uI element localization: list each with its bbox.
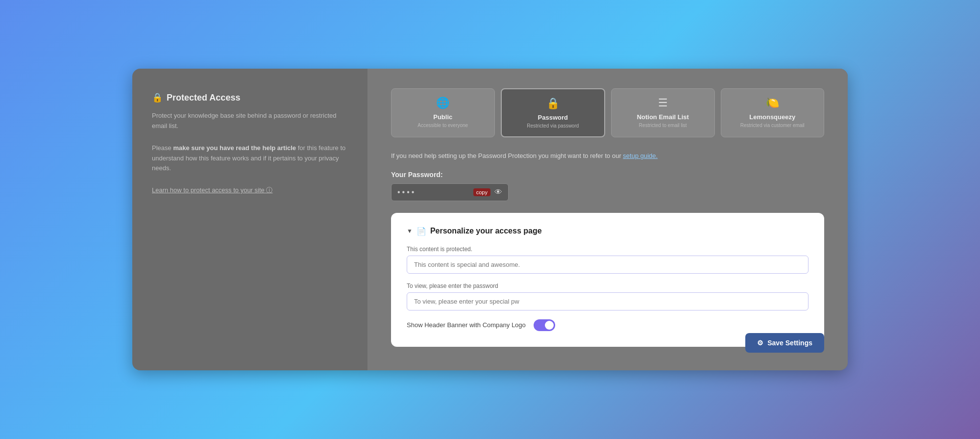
access-card-lemonsqueezy[interactable]: 🍋 Lemonsqueezy Restricted via customer e… bbox=[721, 88, 825, 137]
notion-email-title: Notion Email List bbox=[637, 113, 689, 121]
section-title-text: Protected Access bbox=[167, 93, 240, 103]
content-input[interactable] bbox=[407, 256, 808, 274]
section-title: 🔒 Protected Access bbox=[152, 92, 348, 103]
content-label: This content is protected. bbox=[407, 246, 808, 253]
save-settings-icon: ⚙ bbox=[757, 339, 763, 347]
password-prompt-label: To view, please enter the password bbox=[407, 283, 808, 289]
info-text: If you need help setting up the Password… bbox=[391, 151, 824, 161]
password-label: Your Password: bbox=[391, 171, 824, 179]
save-settings-button[interactable]: ⚙ Save Settings bbox=[745, 333, 824, 353]
personalize-header: ▼ 📄 Personalize your access page bbox=[407, 227, 808, 236]
lock-icon: 🔒 bbox=[152, 92, 163, 103]
lemon-icon: 🍋 bbox=[766, 97, 779, 109]
access-card-password[interactable]: 🔒 Password Restricted via password bbox=[501, 88, 606, 137]
save-settings-label: Save Settings bbox=[767, 339, 812, 347]
learn-link[interactable]: Learn how to protect access to your site… bbox=[152, 186, 272, 194]
setup-guide-link[interactable]: setup guide. bbox=[623, 152, 658, 159]
password-prompt-field-group: To view, please enter the password bbox=[407, 283, 808, 310]
toggle-label: Show Header Banner with Company Logo bbox=[407, 321, 526, 329]
toggle-slider bbox=[534, 319, 555, 331]
personalize-title: Personalize your access page bbox=[430, 227, 542, 235]
access-types: 🌐 Public Accessible to everyone 🔒 Passwo… bbox=[391, 88, 824, 137]
description-1: Protect your knowledge base site behind … bbox=[152, 111, 348, 131]
save-btn-wrapper: ⚙ Save Settings bbox=[745, 333, 824, 353]
main-card: 🔒 Protected Access Protect your knowledg… bbox=[132, 69, 848, 370]
lemonsqueezy-title: Lemonsqueezy bbox=[749, 113, 795, 121]
description-2: Please make sure you have read the help … bbox=[152, 143, 348, 174]
notion-email-subtitle: Restricted to email list bbox=[639, 123, 687, 128]
notion-email-icon: ☰ bbox=[658, 97, 668, 109]
public-title: Public bbox=[433, 113, 452, 121]
access-card-public[interactable]: 🌐 Public Accessible to everyone bbox=[391, 88, 495, 137]
content-protected-field-group: This content is protected. bbox=[407, 246, 808, 274]
password-field-wrapper: •••• copy 👁 bbox=[391, 183, 509, 201]
password-prompt-input[interactable] bbox=[407, 292, 808, 310]
public-subtitle: Accessible to everyone bbox=[417, 123, 468, 128]
password-dots: •••• bbox=[397, 188, 469, 197]
lemonsqueezy-subtitle: Restricted via customer email bbox=[740, 123, 805, 128]
chevron-down-icon: ▼ bbox=[407, 228, 413, 234]
toggle-row: Show Header Banner with Company Logo bbox=[407, 319, 808, 331]
page-icon: 📄 bbox=[416, 227, 426, 236]
access-card-notion-email[interactable]: ☰ Notion Email List Restricted to email … bbox=[611, 88, 715, 137]
left-panel: 🔒 Protected Access Protect your knowledg… bbox=[132, 69, 368, 370]
password-subtitle: Restricted via password bbox=[527, 123, 579, 129]
personalize-panel: ▼ 📄 Personalize your access page This co… bbox=[391, 213, 824, 347]
public-icon: 🌐 bbox=[436, 97, 449, 109]
right-panel: 🌐 Public Accessible to everyone 🔒 Passwo… bbox=[368, 69, 848, 370]
password-icon: 🔒 bbox=[546, 97, 560, 110]
copy-password-button[interactable]: copy bbox=[473, 188, 490, 196]
toggle-password-visibility-button[interactable]: 👁 bbox=[494, 188, 502, 197]
password-title: Password bbox=[538, 114, 568, 121]
company-logo-toggle[interactable] bbox=[534, 319, 555, 331]
